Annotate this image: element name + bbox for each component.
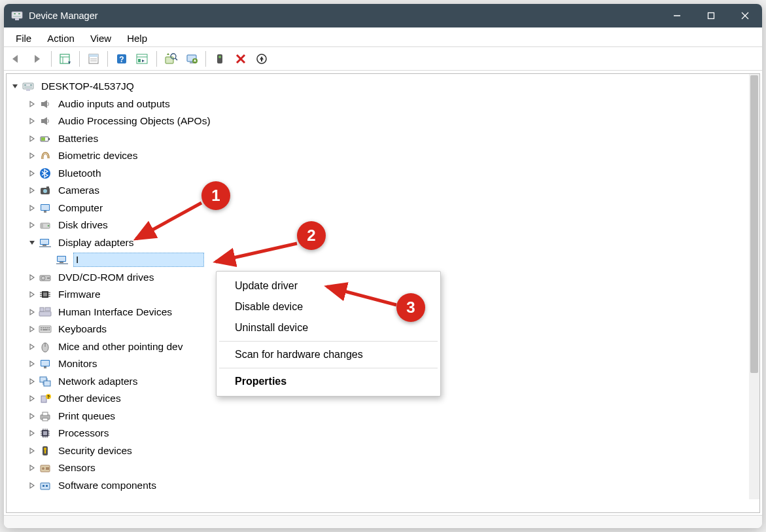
annotation-badge-2: 2 xyxy=(297,221,326,250)
annotation-arrow-1 xyxy=(136,203,201,239)
annotation-badge-3: 3 xyxy=(396,293,425,322)
annotation-arrow-3 xyxy=(327,287,396,305)
annotation-arrow-2 xyxy=(216,243,297,262)
annotation-badge-1: 1 xyxy=(201,181,230,210)
